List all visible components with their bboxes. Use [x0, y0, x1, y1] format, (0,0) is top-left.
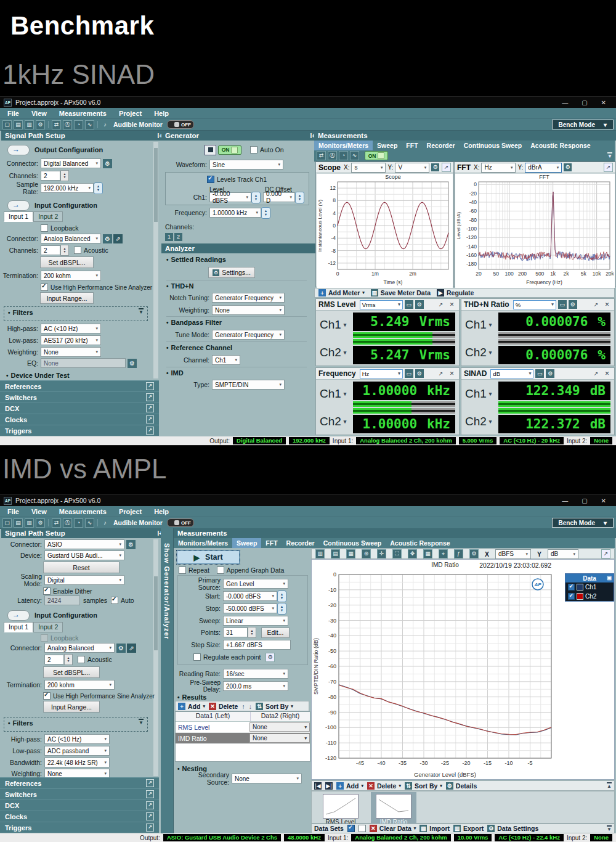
- delete-result-button[interactable]: ✕Delete: [209, 703, 238, 710]
- tab-continuous-sweep[interactable]: Continuous Sweep: [319, 538, 386, 548]
- auto-on-checkbox[interactable]: [250, 146, 257, 153]
- signal-icon[interactable]: ∿: [85, 518, 94, 528]
- graph-settings-icon[interactable]: ⚙: [469, 549, 479, 558]
- meter-style-icon[interactable]: ▭: [405, 369, 413, 378]
- add-button[interactable]: ＋Add▾: [336, 782, 363, 790]
- menu-help[interactable]: Help: [154, 110, 169, 117]
- tab-acoustic-response[interactable]: Acoustic Response: [526, 141, 594, 150]
- move-down-icon[interactable]: ↓: [249, 703, 252, 710]
- dataset1-checkbox[interactable]: [347, 825, 355, 832]
- dc-offset-stepper[interactable]: ▲▼: [295, 192, 304, 203]
- bench-mode-button[interactable]: Bench Mode▾: [552, 518, 614, 528]
- popout-icon[interactable]: ↗: [442, 163, 451, 172]
- close-icon[interactable]: ✕: [602, 369, 612, 378]
- tab-monitors-meters[interactable]: Monitors/Meters: [174, 538, 232, 548]
- device-select[interactable]: Gustard USB Audi...▾: [44, 550, 124, 560]
- delete-button[interactable]: ✕Delete▾: [367, 782, 401, 790]
- output-connector-select[interactable]: ASIO▾: [44, 539, 124, 549]
- minimize-button[interactable]: —: [562, 99, 568, 106]
- close-button[interactable]: ✕: [601, 497, 606, 504]
- copy-icon[interactable]: ▤: [331, 549, 340, 558]
- settings-icon[interactable]: ⚙: [36, 120, 45, 129]
- low-pass-select[interactable]: AES17 (20 kHz)▾: [41, 335, 101, 345]
- acoustic-checkbox[interactable]: [78, 656, 85, 663]
- stop-field[interactable]: -50.000 dBFS▾: [223, 603, 277, 613]
- close-icon[interactable]: ✕: [447, 369, 456, 378]
- tab-input2[interactable]: Input 2: [33, 211, 63, 222]
- set-dbspl-button[interactable]: Set dBSPL...: [40, 256, 94, 268]
- input-channels-stepper[interactable]: ▲▼: [64, 654, 73, 665]
- channel1-selector[interactable]: Ch1▾: [465, 387, 498, 401]
- io-config-icon[interactable]: ⇄: [52, 120, 61, 129]
- io-config-icon[interactable]: ⇄: [317, 151, 326, 160]
- tune-mode-select[interactable]: Generator Frequency▾: [212, 330, 285, 340]
- generator-on-toggle[interactable]: ON: [218, 145, 241, 155]
- close-icon[interactable]: ✕: [447, 300, 456, 309]
- details-button[interactable]: ⚙Details: [446, 782, 477, 790]
- scale-icon[interactable]: ⇗: [127, 644, 136, 653]
- regulate-settings-icon[interactable]: ⚙: [265, 653, 275, 662]
- drawer-references[interactable]: References↗: [0, 380, 159, 391]
- channel2-selector[interactable]: Ch2▾: [320, 415, 353, 428]
- fx-icon[interactable]: ƒ: [454, 549, 463, 558]
- tab-sweep[interactable]: Sweep: [232, 538, 261, 548]
- signal-path-setup-header[interactable]: Signal Path SetupI+: [1, 131, 166, 141]
- frequency-field[interactable]: 1.00000 kHz▾: [209, 208, 261, 218]
- high-pass-select[interactable]: AC (<10 Hz)▾: [41, 324, 101, 333]
- append-checkbox[interactable]: [217, 566, 224, 574]
- reading-rate-select[interactable]: 16/sec▾: [223, 669, 288, 679]
- sort-by-button[interactable]: ⇅Sort By▾: [256, 703, 293, 710]
- repeat-checkbox[interactable]: [179, 566, 186, 574]
- reference-channel-section[interactable]: Reference Channel: [166, 344, 232, 351]
- reset-button[interactable]: Reset: [43, 562, 120, 573]
- channel2-selector[interactable]: Ch2▾: [320, 346, 353, 359]
- fft-settings-icon[interactable]: ⚙: [564, 163, 572, 171]
- hps-checkbox[interactable]: [41, 284, 48, 291]
- monitor-icon[interactable]: Ⓐ: [63, 120, 72, 129]
- signal-icon[interactable]: ∿: [85, 120, 94, 129]
- data2-select[interactable]: None▾: [249, 722, 310, 732]
- channel1-selector[interactable]: Ch1▾: [320, 387, 353, 401]
- title-bar[interactable]: AP Project.approjx - APx500 v6.0 — ▢ ✕: [0, 495, 616, 506]
- audible-monitor-toggle[interactable]: OFF: [167, 518, 194, 527]
- menu-help[interactable]: Help: [154, 508, 169, 515]
- tab-input2[interactable]: Input 2: [33, 622, 63, 632]
- device-under-test-section[interactable]: Device Under Test: [6, 372, 70, 379]
- save-graph-icon[interactable]: ▥: [315, 549, 325, 558]
- drawer-dcx[interactable]: DCX↗: [0, 403, 159, 414]
- table-icon[interactable]: ▦: [423, 549, 432, 558]
- menu-file[interactable]: File: [7, 508, 19, 515]
- collapse-icon[interactable]: ▼: [607, 152, 612, 159]
- eq-settings-icon[interactable]: ⚙: [128, 359, 137, 368]
- tab-monitors-meters[interactable]: Monitors/Meters: [314, 141, 373, 150]
- bandwidth-select[interactable]: 22.4k (48 kHz SR)▾: [44, 758, 110, 767]
- open-icon[interactable]: ▤: [14, 518, 23, 528]
- analyzer-header[interactable]: Analyzer: [161, 243, 319, 253]
- move-up-icon[interactable]: ↑: [241, 703, 245, 710]
- bench-mode-button[interactable]: Bench Mode▾: [552, 120, 614, 129]
- close-button[interactable]: ✕: [601, 99, 606, 106]
- channel2-selector[interactable]: Ch2▾: [465, 346, 498, 359]
- input-connector-settings-icon[interactable]: ⚙: [116, 644, 126, 653]
- drawer-dcx[interactable]: DCX↗: [0, 799, 159, 811]
- print-icon[interactable]: ▦: [346, 549, 355, 558]
- tab-continuous-sweep[interactable]: Continuous Sweep: [460, 141, 527, 150]
- export-button[interactable]: ▥Export: [453, 825, 484, 832]
- generator-stop-button[interactable]: [205, 145, 216, 155]
- save-icon[interactable]: ▥: [25, 518, 34, 528]
- collapse-icon[interactable]: ▼: [139, 719, 144, 726]
- regulate-checkbox[interactable]: [193, 653, 201, 661]
- pre-sweep-delay-select[interactable]: 200.0 ms▾: [223, 681, 288, 691]
- add-meter-button[interactable]: ＋Add Meter▾: [318, 289, 365, 296]
- open-icon[interactable]: ▤: [14, 120, 23, 129]
- maximize-button[interactable]: ▢: [582, 99, 587, 106]
- level-stepper[interactable]: ▲▼: [251, 192, 261, 203]
- settings-icon[interactable]: ⚙: [36, 518, 45, 528]
- start-field[interactable]: -0.000 dBFS▾: [223, 591, 277, 601]
- legend-header[interactable]: Data▣: [565, 574, 614, 582]
- drawer-references[interactable]: References↗: [0, 777, 159, 788]
- scrollbar[interactable]: [153, 539, 158, 776]
- tab-acoustic-response[interactable]: Acoustic Response: [386, 538, 454, 548]
- popout-icon[interactable]: ↗: [601, 549, 610, 558]
- title-bar[interactable]: AP Project.approjx - APx500 v6.0 — ▢ ✕: [0, 97, 616, 108]
